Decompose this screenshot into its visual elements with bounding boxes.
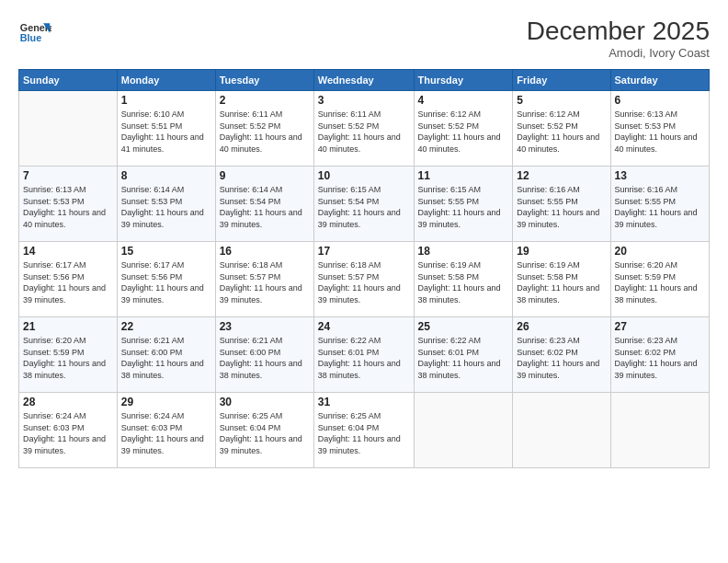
table-row: 29Sunrise: 6:24 AMSunset: 6:03 PMDayligh… — [117, 393, 215, 468]
cell-day-number: 14 — [23, 245, 113, 258]
cell-day-number: 19 — [517, 245, 606, 258]
cell-day-number: 8 — [121, 169, 211, 182]
cell-day-number: 4 — [418, 94, 509, 107]
cell-info: Sunrise: 6:21 AMSunset: 6:00 PMDaylight:… — [121, 335, 211, 381]
table-row: 31Sunrise: 6:25 AMSunset: 6:04 PMDayligh… — [313, 393, 414, 468]
table-row: 24Sunrise: 6:22 AMSunset: 6:01 PMDayligh… — [313, 317, 414, 393]
cell-day-number: 15 — [121, 245, 211, 258]
logo: General Blue — [18, 17, 51, 50]
cell-info: Sunrise: 6:21 AMSunset: 6:00 PMDaylight:… — [220, 335, 310, 381]
cell-day-number: 30 — [220, 396, 310, 408]
cell-info: Sunrise: 6:22 AMSunset: 6:01 PMDaylight:… — [418, 335, 509, 381]
cell-day-number: 27 — [615, 320, 705, 333]
calendar-table: Sunday Monday Tuesday Wednesday Thursday… — [18, 69, 710, 468]
calendar-week-row: 28Sunrise: 6:24 AMSunset: 6:03 PMDayligh… — [19, 393, 710, 468]
cell-info: Sunrise: 6:12 AMSunset: 5:52 PMDaylight:… — [517, 109, 606, 155]
cell-info: Sunrise: 6:15 AMSunset: 5:54 PMDaylight:… — [318, 184, 410, 230]
header: General Blue December 2025 Amodi, Ivory … — [18, 17, 710, 60]
cell-day-number: 29 — [121, 396, 211, 408]
table-row: 28Sunrise: 6:24 AMSunset: 6:03 PMDayligh… — [19, 393, 118, 468]
cell-day-number: 11 — [418, 169, 509, 182]
cell-day-number: 10 — [318, 169, 410, 182]
cell-day-number: 2 — [220, 94, 310, 107]
logo-icon: General Blue — [18, 17, 51, 50]
cell-info: Sunrise: 6:23 AMSunset: 6:02 PMDaylight:… — [517, 335, 606, 381]
cell-info: Sunrise: 6:14 AMSunset: 5:53 PMDaylight:… — [121, 184, 211, 230]
table-row: 6Sunrise: 6:13 AMSunset: 5:53 PMDaylight… — [610, 91, 709, 167]
cell-info: Sunrise: 6:11 AMSunset: 5:52 PMDaylight:… — [318, 109, 410, 155]
cell-info: Sunrise: 6:12 AMSunset: 5:52 PMDaylight:… — [418, 109, 509, 155]
col-friday: Friday — [513, 70, 610, 91]
table-row: 20Sunrise: 6:20 AMSunset: 5:59 PMDayligh… — [610, 242, 709, 317]
table-row: 4Sunrise: 6:12 AMSunset: 5:52 PMDaylight… — [414, 91, 513, 167]
table-row: 21Sunrise: 6:20 AMSunset: 5:59 PMDayligh… — [19, 317, 118, 393]
cell-day-number: 20 — [615, 245, 705, 258]
cell-day-number: 26 — [517, 320, 606, 333]
cell-info: Sunrise: 6:20 AMSunset: 5:59 PMDaylight:… — [23, 335, 113, 381]
cell-day-number: 23 — [220, 320, 310, 333]
cell-day-number: 16 — [220, 245, 310, 258]
table-row — [513, 393, 610, 468]
table-row: 15Sunrise: 6:17 AMSunset: 5:56 PMDayligh… — [117, 242, 215, 317]
cell-day-number: 28 — [23, 396, 113, 408]
cell-day-number: 6 — [615, 94, 705, 107]
col-tuesday: Tuesday — [215, 70, 313, 91]
table-row: 19Sunrise: 6:19 AMSunset: 5:58 PMDayligh… — [513, 242, 610, 317]
col-sunday: Sunday — [19, 70, 118, 91]
cell-day-number: 25 — [418, 320, 509, 333]
calendar-week-row: 21Sunrise: 6:20 AMSunset: 5:59 PMDayligh… — [19, 317, 710, 393]
table-row: 10Sunrise: 6:15 AMSunset: 5:54 PMDayligh… — [313, 167, 414, 242]
table-row: 27Sunrise: 6:23 AMSunset: 6:02 PMDayligh… — [610, 317, 709, 393]
page: General Blue December 2025 Amodi, Ivory … — [0, 0, 728, 563]
cell-info: Sunrise: 6:16 AMSunset: 5:55 PMDaylight:… — [615, 184, 705, 230]
calendar-week-row: 7Sunrise: 6:13 AMSunset: 5:53 PMDaylight… — [19, 167, 710, 242]
col-monday: Monday — [117, 70, 215, 91]
cell-info: Sunrise: 6:22 AMSunset: 6:01 PMDaylight:… — [318, 335, 410, 381]
cell-info: Sunrise: 6:19 AMSunset: 5:58 PMDaylight:… — [517, 259, 606, 305]
table-row: 25Sunrise: 6:22 AMSunset: 6:01 PMDayligh… — [414, 317, 513, 393]
cell-info: Sunrise: 6:25 AMSunset: 6:04 PMDaylight:… — [318, 410, 410, 456]
table-row: 18Sunrise: 6:19 AMSunset: 5:58 PMDayligh… — [414, 242, 513, 317]
table-row: 3Sunrise: 6:11 AMSunset: 5:52 PMDaylight… — [313, 91, 414, 167]
table-row: 12Sunrise: 6:16 AMSunset: 5:55 PMDayligh… — [513, 167, 610, 242]
table-row: 7Sunrise: 6:13 AMSunset: 5:53 PMDaylight… — [19, 167, 118, 242]
cell-day-number: 3 — [318, 94, 410, 107]
calendar-week-row: 1Sunrise: 6:10 AMSunset: 5:51 PMDaylight… — [19, 91, 710, 167]
table-row — [414, 393, 513, 468]
cell-day-number: 1 — [121, 94, 211, 107]
table-row: 26Sunrise: 6:23 AMSunset: 6:02 PMDayligh… — [513, 317, 610, 393]
cell-day-number: 31 — [318, 396, 410, 408]
cell-day-number: 12 — [517, 169, 606, 182]
cell-info: Sunrise: 6:14 AMSunset: 5:54 PMDaylight:… — [220, 184, 310, 230]
table-row: 5Sunrise: 6:12 AMSunset: 5:52 PMDaylight… — [513, 91, 610, 167]
cell-day-number: 18 — [418, 245, 509, 258]
cell-info: Sunrise: 6:25 AMSunset: 6:04 PMDaylight:… — [220, 410, 310, 456]
subtitle: Amodi, Ivory Coast — [527, 46, 710, 60]
cell-info: Sunrise: 6:17 AMSunset: 5:56 PMDaylight:… — [23, 259, 113, 305]
table-row — [610, 393, 709, 468]
cell-day-number: 17 — [318, 245, 410, 258]
table-row: 9Sunrise: 6:14 AMSunset: 5:54 PMDaylight… — [215, 167, 313, 242]
cell-info: Sunrise: 6:13 AMSunset: 5:53 PMDaylight:… — [23, 184, 113, 230]
col-wednesday: Wednesday — [313, 70, 414, 91]
svg-text:Blue: Blue — [20, 32, 41, 43]
cell-info: Sunrise: 6:18 AMSunset: 5:57 PMDaylight:… — [220, 259, 310, 305]
cell-info: Sunrise: 6:17 AMSunset: 5:56 PMDaylight:… — [121, 259, 211, 305]
table-row — [19, 91, 118, 167]
table-row: 14Sunrise: 6:17 AMSunset: 5:56 PMDayligh… — [19, 242, 118, 317]
table-row: 11Sunrise: 6:15 AMSunset: 5:55 PMDayligh… — [414, 167, 513, 242]
table-row: 22Sunrise: 6:21 AMSunset: 6:00 PMDayligh… — [117, 317, 215, 393]
cell-info: Sunrise: 6:15 AMSunset: 5:55 PMDaylight:… — [418, 184, 509, 230]
cell-day-number: 21 — [23, 320, 113, 333]
cell-info: Sunrise: 6:10 AMSunset: 5:51 PMDaylight:… — [121, 109, 211, 155]
cell-info: Sunrise: 6:11 AMSunset: 5:52 PMDaylight:… — [220, 109, 310, 155]
col-saturday: Saturday — [610, 70, 709, 91]
cell-day-number: 13 — [615, 169, 705, 182]
table-row: 13Sunrise: 6:16 AMSunset: 5:55 PMDayligh… — [610, 167, 709, 242]
table-row: 23Sunrise: 6:21 AMSunset: 6:00 PMDayligh… — [215, 317, 313, 393]
cell-info: Sunrise: 6:18 AMSunset: 5:57 PMDaylight:… — [318, 259, 410, 305]
table-row: 30Sunrise: 6:25 AMSunset: 6:04 PMDayligh… — [215, 393, 313, 468]
cell-info: Sunrise: 6:13 AMSunset: 5:53 PMDaylight:… — [615, 109, 705, 155]
cell-info: Sunrise: 6:23 AMSunset: 6:02 PMDaylight:… — [615, 335, 705, 381]
table-row: 2Sunrise: 6:11 AMSunset: 5:52 PMDaylight… — [215, 91, 313, 167]
